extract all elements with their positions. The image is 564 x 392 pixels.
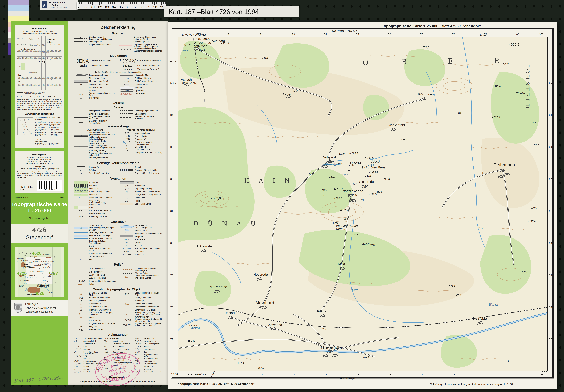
sheet-cell: 4329Zorge	[33, 36, 37, 43]
gemeinde-item: 2 Gem Dietzenrode-Vatterode	[49, 122, 62, 124]
sheet-cell: 4433Wippra	[50, 43, 54, 50]
legend-item: ▭▭Bahnhof; Haltepunkt; Anschlußgleis	[74, 120, 117, 124]
color-patch	[8, 0, 29, 5]
legend-item: Historische Mauer	[120, 74, 162, 77]
map-label: 191,2	[194, 38, 202, 40]
thueringen-gemeinden: 1 Gem Wahlhausen2 Gem Dietzenrode-Vatter…	[35, 122, 62, 137]
svg-text:19: 19	[30, 133, 32, 134]
sheet-cell: 4631Sondershausen	[41, 56, 46, 63]
sheet-cell: 4332Harzgerode	[46, 36, 50, 43]
sheet-cell: 4334Großörner	[54, 36, 58, 43]
legend-item: Kreisgrenze, Grenze einer kreisfreien St…	[119, 36, 162, 40]
sheet-cell: 4930Gräfentonna	[37, 77, 41, 84]
map-label: 192,8	[362, 355, 370, 358]
legend-item: · 148,8Höhenpunkt mit Höhenangabe	[74, 280, 117, 282]
herausgeber-line: Telefon (0361) 51301 Telefax (0361) 2914…	[17, 162, 62, 164]
sheet-cell: 4925Sontra	[17, 77, 21, 84]
legend-symbol: 27,1	[120, 225, 134, 228]
legend-symbol: › ›	[74, 145, 88, 148]
svg-text:✶: ✶	[19, 310, 20, 311]
ruler-number: 79	[78, 5, 81, 9]
ausbau-heading: Ausbauzustand	[74, 129, 117, 131]
herausgeber-line: Schmidtstedter Ufer 7, 99084 Erfurt	[17, 160, 62, 162]
thuringia-coat-of-arms: ✶✶✶✶✶✶✶✶	[14, 303, 22, 313]
map-label: SpPl	[344, 218, 348, 220]
blattuebersicht-sub1: der topographischen Karte 1:25 000 (TK 2…	[17, 30, 62, 32]
legend-item: Eingleisige Eisenbahn	[74, 112, 117, 115]
legend-symbol	[74, 274, 88, 276]
legend-item: ✚Große Kirche mit Turm	[74, 83, 117, 86]
legend-item: Dämme, Deiche	[120, 272, 162, 275]
legend-symbol	[74, 255, 88, 258]
sheet-cell: 4326Kaltenburg-Lindau	[21, 36, 25, 43]
index-map-label: Aue	[39, 287, 42, 289]
gemeinde-item: 18 Gem Wilbich	[49, 135, 62, 137]
legend-item: ∴ ‖Heide	[120, 199, 162, 203]
map-label: 466,1	[493, 84, 501, 87]
corner-longitude-left: 10°00' öL v Greenwich	[182, 33, 206, 36]
grid-number-bottom: 75	[356, 373, 359, 376]
legend-item: 8∕3Rinne, Schlucht mit Breiten- und Höhe…	[120, 275, 162, 279]
legend-symbol	[74, 74, 88, 76]
legend-symbol: ⊥	[74, 97, 88, 99]
legend-item: Einzelne Gebäude	[74, 77, 117, 80]
calibration-ruler: 79808182838485868788899091	[77, 2, 166, 10]
map-label: 366,6	[349, 152, 358, 154]
map-label: (0,1)	[364, 185, 369, 187]
library-line2: zu Berlin	[49, 4, 58, 6]
cover-panel: Blattübersicht der topographischen Karte…	[11, 21, 68, 385]
legend-symbol	[125, 232, 129, 235]
sheet-cell: 4627Leinefelde	[25, 56, 29, 63]
legend-item: Fluß mit Wehr und Pegel	[74, 234, 117, 237]
legend-item: 54Staatsgrenze mit Grenzmarke und Nummer	[74, 36, 115, 40]
boundary-key: Bearbeitungsgrenze zwischen den Landesve…	[17, 91, 62, 95]
legend-symbol: 5	[120, 268, 133, 271]
legend-item: ☼Wassermühle	[74, 302, 117, 306]
barcode: 9 783861 400189	[37, 180, 62, 191]
legend-symbol: § §	[120, 184, 133, 187]
edition-name: Normalausgabe	[11, 216, 68, 220]
legend-item: Nebenwege (befestigt bzw unbefestigt)	[74, 152, 117, 156]
index-map-label: Bernterode	[44, 257, 51, 258]
index-map-label: Geismar	[46, 276, 51, 277]
map-label: Schwebda	[267, 323, 282, 327]
kreis-heading: Kreis Heiligenstadt	[35, 120, 62, 122]
index-map-label: Hitzelrode	[28, 271, 35, 272]
grid-number-right: 80	[549, 242, 552, 245]
legend-item: B 96Bundesstraße	[120, 138, 162, 141]
legend-symbol: Ω	[74, 293, 88, 295]
sheet-cell: 4435Eisleben	[58, 43, 62, 50]
map-label: 220,6	[529, 207, 537, 209]
map-label: 424,1	[503, 62, 511, 65]
gemeinde-item: 11 Gem Ershausen	[35, 130, 48, 132]
index-map-label: Krombach	[41, 261, 47, 262]
legend-symbol: Stein	[120, 303, 133, 305]
year: 1994	[60, 196, 64, 198]
legend-item: Mehrgleisige Eisenbahn	[74, 109, 117, 112]
map-label: 407,2	[320, 189, 328, 191]
sheet-cell: 4427Duderstadt	[25, 43, 29, 50]
sheet-cell: 4633Artern (Unstrut)	[50, 56, 54, 63]
svg-text:✶: ✶	[20, 308, 21, 309]
color-patch	[8, 5, 29, 11]
legend-symbol: E 60	[120, 135, 133, 138]
legend-symbol: ∴ ‖	[120, 200, 133, 202]
grid-number-bottom: 77	[420, 373, 423, 376]
map-label: 292,1	[530, 121, 538, 124]
sheet-cell: 4328Bad Lauterberg im Harz	[29, 36, 33, 43]
sheet-cell: 4835Eckartsberga	[58, 70, 62, 77]
map-label: 258,4	[290, 90, 298, 92]
legend-item: 2,5 m - Höhenlinie	[74, 273, 117, 277]
legend-symbol: □ KlärAnl	[120, 253, 133, 256]
ruler-number: 91	[160, 5, 164, 9]
legend-symbol: ←•→	[120, 313, 133, 316]
abbreviation: ADAutobahndreieck	[74, 340, 102, 343]
corner-longitude-bottom: 10°00'	[171, 373, 178, 376]
grid-number-left: 77	[170, 338, 173, 341]
legend-symbol: ☼ ∩	[74, 319, 88, 322]
legend-item: ▪ ◧Kleine Fabriken	[74, 328, 117, 331]
koord-note: Zur Beachtung: Geographische und rechtwi…	[74, 392, 162, 392]
map-label: Großtöpfer	[472, 317, 488, 320]
grid-number-left: 78	[170, 306, 173, 309]
svg-text:20: 20	[23, 132, 24, 133]
